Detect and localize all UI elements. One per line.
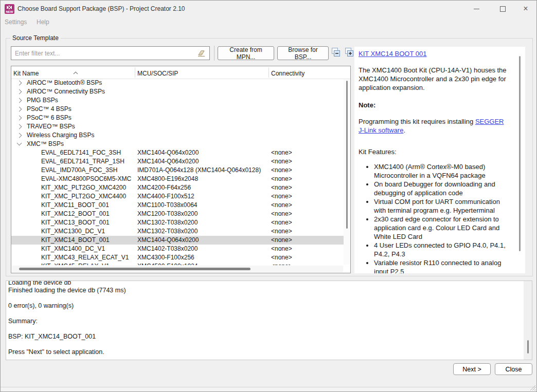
chevron-right-icon[interactable]: [17, 116, 22, 121]
kit-features-label: Kit Features:: [359, 147, 509, 156]
table-row[interactable]: AIROC™ Connectivity BSPs: [11, 87, 344, 96]
table-row[interactable]: EVAL_IMD700A_FOC_3SHIMD701A-Q064x128 (XM…: [11, 166, 344, 175]
collapse-all-button[interactable]: [331, 47, 341, 58]
kit-title-link[interactable]: KIT XMC14 BOOT 001: [359, 50, 426, 58]
kit-feature-item: 4 User LEDs connected to GPIO P4.0, P4.1…: [374, 241, 509, 258]
kit-feature-item: XMC1400 (Arm® Cortex®-M0 based) Microcon…: [374, 162, 509, 180]
kit-group-label: PMG BSPs: [27, 96, 58, 105]
table-row[interactable]: KIT_XMC_PLT2GO_XMC4200XMC4200-F64x256<no…: [11, 183, 344, 192]
chevron-right-icon[interactable]: [17, 89, 22, 95]
tree-horizontal-scrollbar-thumb[interactable]: [19, 268, 250, 270]
column-divider[interactable]: [135, 67, 135, 78]
log-line: Summary:: [8, 318, 516, 325]
clear-filter-button[interactable]: [196, 49, 207, 60]
chevron-right-icon[interactable]: [17, 133, 22, 138]
kit-features-list: XMC1400 (Arm® Cortex®-M0 based) Microcon…: [359, 162, 509, 273]
collapse-all-icon: [331, 47, 341, 58]
kit-group-label: XMC™ BSPs: [27, 140, 64, 148]
kit-name-cell: EVAL_IMD700A_FOC_3SH: [41, 166, 118, 175]
bsp-tree: Kit Name MCU/SOC/SIP Connectivity AIROC™…: [11, 66, 351, 273]
mcu-cell: XMC1200-T038x0200: [137, 210, 198, 218]
filter-input[interactable]: [11, 46, 210, 60]
mcu-cell: XMC1402-T038x0200: [137, 245, 198, 253]
log-vertical-scrollbar[interactable]: [524, 281, 532, 360]
kit-group-label: AIROC™ Connectivity BSPs: [27, 87, 105, 96]
connectivity-cell: <none>: [271, 166, 292, 175]
menu-settings[interactable]: Settings: [5, 18, 27, 26]
column-header-mcu[interactable]: MCU/SOC/SIP: [137, 70, 178, 77]
chevron-right-icon[interactable]: [17, 81, 22, 86]
kit-feature-item: Variable resistor R110 connected to anal…: [374, 258, 509, 273]
mcu-cell: IMD701A-Q064x128 (XMC1404-Q064x0128): [137, 166, 261, 175]
table-row[interactable]: KIT_XMC11_BOOT_001XMC1100-T038x0064<none…: [11, 201, 344, 210]
kit-name-cell: KIT_XMC1300_DC_V1: [41, 227, 105, 236]
kit-details-content: KIT XMC14 BOOT 001 The XMC1400 Boot Kit …: [359, 49, 509, 273]
connectivity-cell: <none>: [271, 227, 292, 236]
table-row[interactable]: KIT_XMC45_RELAX_V1XMC4500-F100x1024<none…: [11, 262, 344, 265]
table-row[interactable]: PSoC™ 6 BSPs: [11, 114, 344, 122]
maximize-button[interactable]: [491, 1, 514, 17]
table-row[interactable]: KIT_XMC43_RELAX_ECAT_V1XMC4300-F100x256<…: [11, 253, 344, 262]
tree-horizontal-scrollbar[interactable]: [12, 266, 343, 272]
window-title: Choose Board Support Package (BSP) - Pro…: [17, 5, 185, 12]
kit-group-label: AIROC™ Bluetooth® BSPs: [27, 79, 102, 87]
mcu-cell: XMC4800-E196x2048: [137, 175, 198, 183]
sort-ascending-icon: [73, 67, 78, 77]
browse-for-bsp-button[interactable]: Browse for BSP...: [277, 46, 329, 60]
log-vertical-scrollbar-thumb[interactable]: [527, 340, 529, 353]
chevron-right-icon[interactable]: [17, 107, 22, 112]
minimize-button[interactable]: [464, 1, 488, 17]
log-panel[interactable]: Loading the device dbFinished loading th…: [6, 281, 532, 360]
kit-name-cell: KIT_XMC13_BOOT_001: [41, 218, 110, 227]
kit-name-cell: KIT_XMC12_BOOT_001: [41, 210, 110, 218]
menu-bar: Settings Help: [1, 17, 536, 28]
kit-feature-item: On board Debugger for downloading and de…: [374, 180, 509, 197]
table-row[interactable]: KIT_XMC12_BOOT_001XMC1200-T038x0200<none…: [11, 210, 344, 218]
mcu-cell: XMC1100-T038x0064: [137, 201, 198, 210]
table-row[interactable]: PSoC™ 4 BSPs: [11, 105, 344, 114]
table-row[interactable]: KIT_XMC1400_DC_V1XMC1402-T038x0200<none>: [11, 245, 344, 253]
table-row[interactable]: KIT_XMC1300_DC_V1XMC1302-T038x0200<none>: [11, 227, 344, 236]
mcu-cell: XMC1404-Q064x0200: [137, 236, 199, 245]
tree-vertical-scrollbar[interactable]: [344, 79, 350, 265]
note-text: Programming this kit requires installing: [359, 118, 475, 125]
kit-group-label: TRAVEO™ BSPs: [27, 122, 75, 131]
connectivity-cell: <none>: [271, 148, 292, 157]
table-row[interactable]: XMC™ BSPs: [11, 140, 344, 148]
create-from-mpn-button[interactable]: Create from MPN...: [218, 46, 274, 60]
kit-group-label: PSoC™ 4 BSPs: [27, 105, 71, 114]
next-button[interactable]: Next >: [453, 363, 491, 375]
table-row[interactable]: EVAL-XMC4800PSOC6M5-XMCXMC4800-E196x2048…: [11, 175, 344, 183]
connectivity-cell: <none>: [271, 157, 292, 166]
log-line: [8, 294, 516, 302]
table-row[interactable]: EVAL_6EDL7141_FOC_3SHXMC1404-Q064x0200<n…: [11, 148, 344, 157]
log-line: [8, 341, 516, 348]
app-icon-chip: [6, 5, 12, 10]
table-row[interactable]: Wireless Charging BSPs: [11, 131, 344, 140]
table-row[interactable]: KIT_XMC_PLT2GO_XMC4400XMC4400-F100x512<n…: [11, 192, 344, 201]
close-window-button[interactable]: ×: [514, 1, 537, 17]
kit-group-label: Wireless Charging BSPs: [27, 131, 94, 140]
expand-all-button[interactable]: [345, 47, 354, 58]
tree-vertical-scrollbar-thumb[interactable]: [346, 81, 348, 229]
column-header-kit-name[interactable]: Kit Name: [13, 70, 39, 77]
close-button[interactable]: Close: [495, 363, 532, 375]
menu-help[interactable]: Help: [37, 18, 49, 26]
column-header-connectivity[interactable]: Connectivity: [271, 70, 305, 77]
details-vertical-scrollbar-thumb[interactable]: [519, 56, 521, 251]
table-row[interactable]: PMG BSPs: [11, 96, 344, 105]
bsp-tree-header[interactable]: Kit Name MCU/SOC/SIP Connectivity: [11, 66, 350, 79]
table-row[interactable]: AIROC™ Bluetooth® BSPs: [11, 79, 344, 87]
column-divider[interactable]: [268, 67, 269, 78]
table-row[interactable]: TRAVEO™ BSPs: [11, 122, 344, 131]
chevron-down-icon[interactable]: [17, 141, 22, 146]
kit-name-cell: EVAL-XMC4800PSOC6M5-XMC: [41, 175, 131, 183]
titlebar: NEW Choose Board Support Package (BSP) -…: [1, 1, 536, 17]
table-row[interactable]: KIT_XMC13_BOOT_001XMC1302-T038x0200<none…: [11, 218, 344, 227]
kit-name-cell: KIT_XMC45_RELAX_V1: [41, 262, 110, 265]
kit-name-cell: KIT_XMC14_BOOT_001: [41, 236, 110, 245]
table-row-selected[interactable]: KIT_XMC14_BOOT_001XMC1404-Q064x0200<none…: [11, 236, 344, 245]
chevron-right-icon[interactable]: [17, 124, 22, 129]
chevron-right-icon[interactable]: [17, 98, 22, 103]
table-row[interactable]: EVAL_6EDL7141_TRAP_1SHXMC1404-Q064x0200<…: [11, 157, 344, 166]
